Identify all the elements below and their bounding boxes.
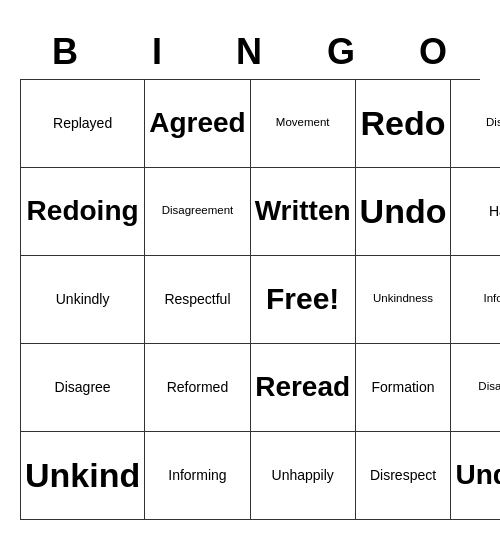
bingo-cell: Disrespect <box>356 432 452 520</box>
header-letter: O <box>388 25 480 79</box>
cell-text: Movement <box>276 116 330 130</box>
bingo-card: BINGO ReplayedAgreedMovementRedoDisagree… <box>20 25 480 520</box>
cell-text: Unkind <box>25 455 140 496</box>
bingo-cell: Disagree <box>21 344 145 432</box>
cell-text: Respectful <box>164 291 230 308</box>
bingo-cell: Reformed <box>145 344 250 432</box>
bingo-cell: Undoing <box>451 432 500 520</box>
cell-text: Free! <box>266 281 339 317</box>
bingo-grid: ReplayedAgreedMovementRedoDisagreedRedoi… <box>20 79 480 520</box>
cell-text: Agreed <box>149 106 245 140</box>
bingo-cell: Unhappily <box>251 432 356 520</box>
bingo-cell: Reread <box>251 344 356 432</box>
bingo-cell: Disagreeable <box>451 344 500 432</box>
cell-text: Unkindly <box>56 291 110 308</box>
cell-text: Information <box>483 292 500 306</box>
cell-text: Undo <box>360 191 447 232</box>
cell-text: Disagreement <box>162 204 234 218</box>
cell-text: Formation <box>372 379 435 396</box>
cell-text: Unkindness <box>373 292 433 306</box>
bingo-cell: Redoing <box>21 168 145 256</box>
cell-text: Disrespect <box>370 467 436 484</box>
cell-text: Undoing <box>455 458 500 492</box>
bingo-cell: Replayed <box>21 80 145 168</box>
cell-text: Happily <box>489 203 500 220</box>
cell-text: Redoing <box>27 194 139 228</box>
cell-text: Reread <box>255 370 350 404</box>
bingo-cell: Redo <box>356 80 452 168</box>
header-letter: I <box>112 25 204 79</box>
bingo-cell: Agreed <box>145 80 250 168</box>
bingo-cell: Respectful <box>145 256 250 344</box>
bingo-cell: Disagreement <box>145 168 250 256</box>
bingo-cell: Unkindly <box>21 256 145 344</box>
cell-text: Reformed <box>167 379 228 396</box>
bingo-cell: Movement <box>251 80 356 168</box>
bingo-cell: Disagreed <box>451 80 500 168</box>
bingo-cell: Written <box>251 168 356 256</box>
cell-text: Replayed <box>53 115 112 132</box>
cell-text: Written <box>255 194 351 228</box>
bingo-cell: Free! <box>251 256 356 344</box>
bingo-cell: Formation <box>356 344 452 432</box>
cell-text: Disagree <box>55 379 111 396</box>
bingo-cell: Unkindness <box>356 256 452 344</box>
cell-text: Unhappily <box>272 467 334 484</box>
bingo-cell: Information <box>451 256 500 344</box>
cell-text: Disagreed <box>486 116 500 130</box>
header-letter: B <box>20 25 112 79</box>
bingo-cell: Happily <box>451 168 500 256</box>
bingo-cell: Informing <box>145 432 250 520</box>
bingo-header: BINGO <box>20 25 480 79</box>
header-letter: N <box>204 25 296 79</box>
cell-text: Informing <box>168 467 226 484</box>
bingo-cell: Undo <box>356 168 452 256</box>
bingo-cell: Unkind <box>21 432 145 520</box>
cell-text: Disagreeable <box>478 380 500 394</box>
cell-text: Redo <box>361 103 446 144</box>
header-letter: G <box>296 25 388 79</box>
